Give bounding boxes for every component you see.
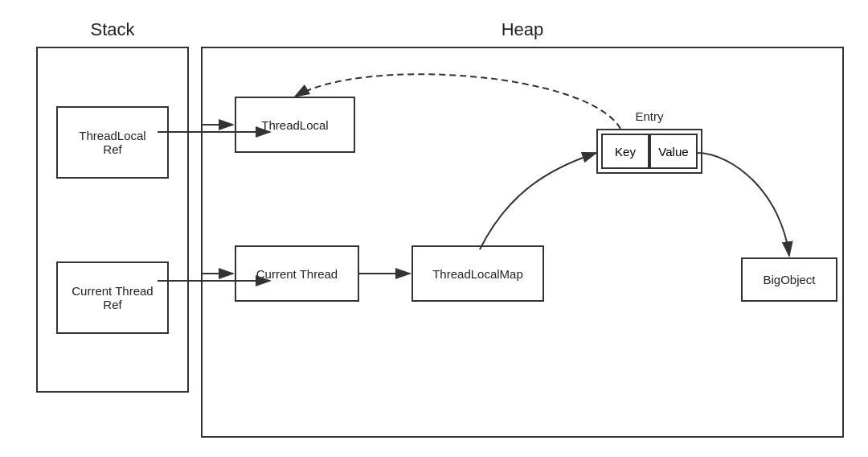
- heap-box: ThreadLocal Current Thread ThreadLocalMa…: [201, 47, 844, 438]
- heap-label: Heap: [502, 19, 544, 40]
- heap-section: Heap ThreadLocal Current Thread ThreadLo…: [201, 19, 844, 438]
- value-label: Value: [658, 145, 688, 159]
- current-thread-ref-node: Current ThreadRef: [56, 261, 169, 334]
- value-cell: Value: [649, 134, 698, 169]
- entry-inner: Key Value: [601, 134, 698, 169]
- threadlocal-node: ThreadLocal: [235, 97, 355, 153]
- stack-label: Stack: [90, 19, 134, 40]
- stack-section: Stack ThreadLocalRef Current ThreadRef: [24, 19, 201, 438]
- key-label: Key: [615, 145, 636, 159]
- entry-label: Entry: [635, 109, 663, 123]
- threadlocal-ref-node: ThreadLocalRef: [56, 106, 169, 179]
- threadlocal-ref-label: ThreadLocalRef: [79, 129, 145, 156]
- bigobject-node: BigObject: [741, 257, 837, 302]
- current-thread-node: Current Thread: [235, 245, 359, 302]
- threadlocalmap-node: ThreadLocalMap: [411, 245, 544, 302]
- threadlocal-node-label: ThreadLocal: [261, 118, 328, 132]
- entry-container: Entry Key Value: [596, 129, 702, 174]
- bigobject-label: BigObject: [763, 273, 815, 286]
- stack-box: ThreadLocalRef Current ThreadRef: [36, 47, 189, 393]
- key-cell: Key: [601, 134, 649, 169]
- diagram-container: Stack ThreadLocalRef Current ThreadRef H…: [24, 19, 844, 438]
- current-thread-node-label: Current Thread: [256, 267, 338, 281]
- threadlocalmap-node-label: ThreadLocalMap: [432, 267, 523, 281]
- current-thread-ref-label: Current ThreadRef: [72, 284, 153, 311]
